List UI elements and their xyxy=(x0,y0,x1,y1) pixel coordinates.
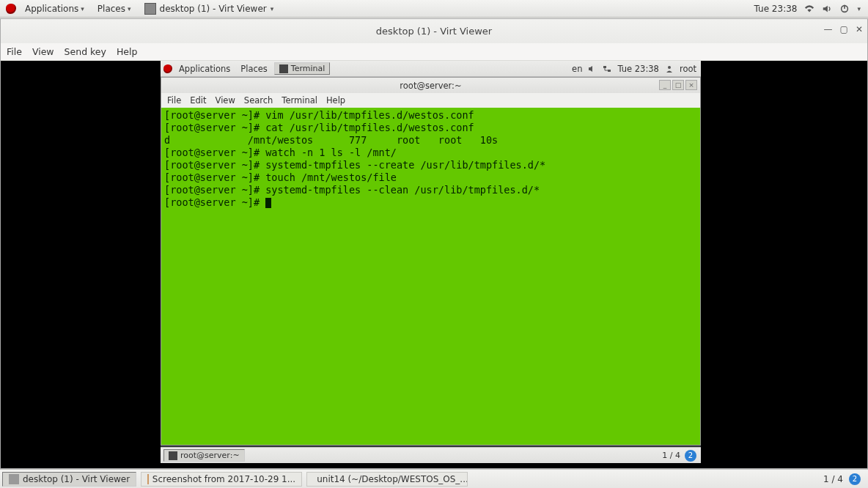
menu-view[interactable]: View xyxy=(32,46,54,57)
taskbar-item[interactable]: Screenshot from 2017-10-29 1... xyxy=(141,472,302,487)
virt-viewer-icon xyxy=(144,3,156,15)
taskbar-item[interactable]: unit14 (~/Desktop/WESTOS_OS_... xyxy=(306,472,468,487)
image-icon xyxy=(147,474,149,484)
caret-down-icon[interactable]: ▾ xyxy=(857,5,861,12)
maximize-icon[interactable]: □ xyxy=(672,80,684,90)
terminal-line: [root@server ~]# watch -n 1 ls -l /mnt/ xyxy=(164,147,697,159)
close-icon[interactable]: × xyxy=(685,80,697,90)
guest-applications-menu[interactable]: Applications xyxy=(175,62,234,75)
menu-file[interactable]: File xyxy=(7,46,22,57)
guest-display[interactable]: Applications Places Terminal en Tue 23:3… xyxy=(1,61,867,468)
terminal-line: [root@server ~]# xyxy=(164,196,697,209)
virt-viewer-title: desktop (1) - Virt Viewer xyxy=(376,26,492,37)
guest-bottombar: root@server:~ 1 / 4 2 xyxy=(161,447,701,463)
places-menu[interactable]: Places ▾ xyxy=(93,2,136,15)
volume-icon[interactable] xyxy=(588,64,597,73)
close-icon[interactable]: ✕ xyxy=(856,24,863,34)
svg-rect-3 xyxy=(608,70,611,72)
terminal-icon xyxy=(279,64,288,73)
applications-menu[interactable]: Applications ▾ xyxy=(21,2,89,15)
menu-sendkey[interactable]: Send key xyxy=(65,46,106,57)
term-menu-search[interactable]: Search xyxy=(244,95,273,106)
guest-bottom-task[interactable]: root@server:~ xyxy=(163,449,245,462)
term-menu-file[interactable]: File xyxy=(167,95,181,106)
caret-down-icon: ▾ xyxy=(271,5,274,12)
volume-icon[interactable] xyxy=(822,4,832,14)
places-label: Places xyxy=(98,4,125,14)
virt-viewer-icon xyxy=(9,474,19,484)
terminal-line: d /mnt/westos 777 root root 10s xyxy=(164,134,697,147)
taskbar-item-label: unit14 (~/Desktop/WESTOS_OS_... xyxy=(317,474,468,484)
active-window-menu[interactable]: desktop (1) - Virt Viewer ▾ xyxy=(140,1,279,16)
active-window-title: desktop (1) - Virt Viewer xyxy=(160,4,267,14)
taskbar-item[interactable]: desktop (1) - Virt Viewer xyxy=(2,472,136,487)
guest-applications-label: Applications xyxy=(179,64,230,74)
svg-rect-2 xyxy=(603,66,606,68)
menu-help[interactable]: Help xyxy=(117,46,138,57)
terminal-line: [root@server ~]# vim /usr/lib/tmpfiles.d… xyxy=(164,109,697,122)
clock[interactable]: Tue 23:38 xyxy=(754,4,798,14)
terminal-line: [root@server ~]# cat /usr/lib/tmpfiles.d… xyxy=(164,122,697,134)
input-lang[interactable]: en xyxy=(572,64,582,74)
wifi-icon[interactable] xyxy=(804,4,814,14)
workspace-badge[interactable]: 2 xyxy=(685,450,696,462)
workspace-indicator[interactable]: 1 / 4 xyxy=(662,451,680,460)
cursor xyxy=(265,198,271,208)
terminal-line: [root@server ~]# systemd-tmpfiles --clea… xyxy=(164,184,697,196)
guest-active-task[interactable]: Terminal xyxy=(274,62,331,75)
virt-viewer-titlebar[interactable]: desktop (1) - Virt Viewer — ▢ ✕ xyxy=(1,19,867,43)
guest-task-label: Terminal xyxy=(291,64,326,73)
terminal-title: root@server:~ xyxy=(400,81,461,91)
applications-label: Applications xyxy=(25,4,78,14)
caret-down-icon: ▾ xyxy=(81,5,84,12)
guest-user[interactable]: root xyxy=(680,64,696,74)
guest-bottom-task-label: root@server:~ xyxy=(180,451,240,460)
user-icon[interactable] xyxy=(665,64,674,73)
workspace-indicator[interactable]: 1 / 4 xyxy=(823,474,843,484)
distro-icon xyxy=(163,64,172,73)
taskbar-item-label: desktop (1) - Virt Viewer xyxy=(23,474,130,484)
terminal-line: [root@server ~]# touch /mnt/westos/file xyxy=(164,171,697,184)
term-menu-terminal[interactable]: Terminal xyxy=(282,95,317,106)
terminal-window: root@server:~ _ □ × File Edit View Searc… xyxy=(161,77,701,446)
guest-topbar: Applications Places Terminal en Tue 23:3… xyxy=(161,61,701,77)
power-icon[interactable] xyxy=(839,4,850,14)
guest-places-menu[interactable]: Places xyxy=(237,62,271,75)
distro-icon xyxy=(6,4,16,14)
minimize-icon[interactable]: — xyxy=(824,24,833,34)
guest-places-label: Places xyxy=(240,64,268,74)
guest-desktop: Applications Places Terminal en Tue 23:3… xyxy=(161,61,701,463)
terminal-line: [root@server ~]# systemd-tmpfiles --crea… xyxy=(164,159,697,171)
caret-down-icon: ▾ xyxy=(128,5,131,12)
terminal-titlebar[interactable]: root@server:~ _ □ × xyxy=(161,78,700,93)
host-topbar: Applications ▾ Places ▾ desktop (1) - Vi… xyxy=(0,0,868,18)
term-menu-help[interactable]: Help xyxy=(326,95,345,106)
guest-clock[interactable]: Tue 23:38 xyxy=(617,64,658,74)
term-menu-view[interactable]: View xyxy=(216,95,235,106)
terminal-icon xyxy=(169,451,177,460)
terminal-menubar: File Edit View Search Terminal Help xyxy=(161,93,700,108)
workspace-badge[interactable]: 2 xyxy=(849,473,861,485)
svg-point-4 xyxy=(668,66,671,69)
taskbar-item-label: Screenshot from 2017-10-29 1... xyxy=(152,474,295,484)
virt-viewer-window: desktop (1) - Virt Viewer — ▢ ✕ File Vie… xyxy=(0,18,868,469)
host-bottombar: desktop (1) - Virt Viewer Screenshot fro… xyxy=(0,469,868,488)
minimize-icon[interactable]: _ xyxy=(659,80,671,90)
network-icon[interactable] xyxy=(603,64,611,73)
maximize-icon[interactable]: ▢ xyxy=(840,24,848,34)
terminal-body[interactable]: [root@server ~]# vim /usr/lib/tmpfiles.d… xyxy=(161,108,700,445)
term-menu-edit[interactable]: Edit xyxy=(190,95,206,106)
virt-viewer-menubar: File View Send key Help xyxy=(1,43,867,61)
